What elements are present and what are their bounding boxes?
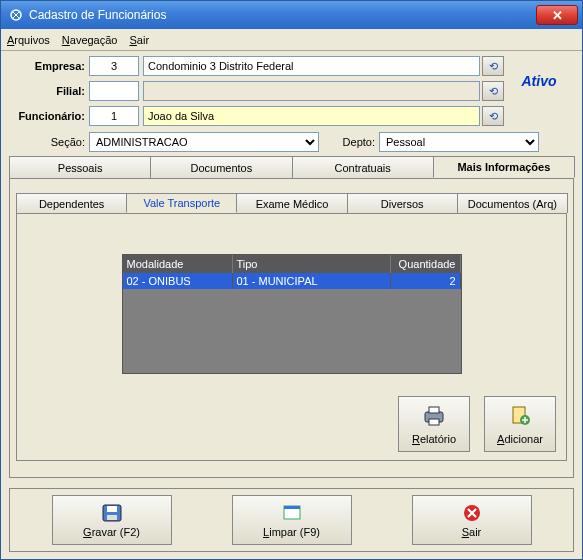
cell-quantidade: 2 — [391, 273, 461, 289]
tab-contratuais[interactable]: Contratuais — [292, 156, 434, 178]
clear-icon — [280, 502, 304, 524]
cell-tipo: 01 - MUNICIPAL — [233, 273, 391, 289]
printer-icon — [420, 403, 448, 429]
form-area: Empresa: ⟲ Filial: ⟲ Funcionário — [1, 51, 582, 482]
secao-select[interactable]: ADMINISTRACAO — [89, 132, 319, 152]
empresa-lookup-button[interactable]: ⟲ — [482, 56, 504, 76]
col-tipo: Tipo — [233, 255, 391, 273]
filial-id-field[interactable] — [89, 81, 139, 101]
adicionar-button[interactable]: Adicionar — [484, 396, 556, 452]
lookup-icon: ⟲ — [489, 85, 498, 98]
grid-header: Modalidade Tipo Quantidade — [123, 255, 461, 273]
menu-sair[interactable]: Sair — [129, 34, 149, 46]
subtab-vale-transporte[interactable]: Vale Transporte — [126, 193, 237, 213]
app-icon — [9, 8, 23, 22]
tab-panel: Dependentes Vale Transporte Exame Médico… — [9, 178, 574, 478]
subtab-panel: Modalidade Tipo Quantidade 02 - ONIBUS 0… — [16, 213, 567, 461]
filial-name-field[interactable] — [143, 81, 480, 101]
depto-select[interactable]: Pessoal — [379, 132, 539, 152]
subtab-exame-medico[interactable]: Exame Médico — [236, 193, 347, 213]
save-icon — [100, 502, 124, 524]
table-row[interactable]: 02 - ONIBUS 01 - MUNICIPAL 2 — [123, 273, 461, 289]
gravar-label: Gravar (F2) — [83, 526, 140, 538]
limpar-button[interactable]: Limpar (F9) — [232, 495, 352, 545]
funcionario-id-field[interactable] — [89, 106, 139, 126]
sair-button[interactable]: Sair — [412, 495, 532, 545]
funcionario-name-field[interactable] — [143, 106, 480, 126]
subtab-dependentes[interactable]: Dependentes — [16, 193, 127, 213]
sub-tabs: Dependentes Vale Transporte Exame Médico… — [16, 193, 567, 213]
menubar: Arquivos Navegação Sair — [1, 29, 582, 51]
subtab-diversos[interactable]: Diversos — [347, 193, 458, 213]
depto-label: Depto: — [319, 136, 379, 148]
empresa-id-field[interactable] — [89, 56, 139, 76]
tab-mais-informacoes[interactable]: Mais Informações — [433, 156, 575, 178]
empresa-label: Empresa: — [9, 60, 89, 72]
sair-label: Sair — [462, 526, 482, 538]
funcionario-label: Funcionário: — [9, 110, 89, 122]
tab-documentos[interactable]: Documentos — [150, 156, 292, 178]
lookup-icon: ⟲ — [489, 110, 498, 123]
col-modalidade: Modalidade — [123, 255, 233, 273]
window-title: Cadastro de Funcionários — [29, 8, 536, 22]
subtab-documentos-arq[interactable]: Documentos (Arq) — [457, 193, 568, 213]
filial-lookup-button[interactable]: ⟲ — [482, 81, 504, 101]
svg-rect-8 — [107, 515, 117, 520]
app-window: Cadastro de Funcionários ✕ Arquivos Nave… — [0, 0, 583, 560]
close-button[interactable]: ✕ — [536, 5, 578, 25]
svg-rect-10 — [284, 506, 300, 509]
add-document-icon — [506, 403, 534, 429]
menu-navegacao[interactable]: Navegação — [62, 34, 118, 46]
titlebar: Cadastro de Funcionários ✕ — [1, 1, 582, 29]
exit-icon — [460, 502, 484, 524]
top-tabs: Pessoais Documentos Contratuais Mais Inf… — [9, 156, 574, 178]
svg-rect-3 — [429, 419, 439, 425]
funcionario-lookup-button[interactable]: ⟲ — [482, 106, 504, 126]
grid-body: 02 - ONIBUS 01 - MUNICIPAL 2 — [123, 273, 461, 373]
secao-label: Seção: — [9, 136, 89, 148]
col-quantidade: Quantidade — [391, 255, 461, 273]
filial-label: Filial: — [9, 85, 89, 97]
relatorio-label: Relatório — [412, 433, 456, 445]
svg-rect-2 — [429, 407, 439, 413]
menu-arquivos[interactable]: Arquivos — [7, 34, 50, 46]
vale-transporte-grid[interactable]: Modalidade Tipo Quantidade 02 - ONIBUS 0… — [122, 254, 462, 374]
cell-modalidade: 02 - ONIBUS — [123, 273, 233, 289]
limpar-label: Limpar (F9) — [263, 526, 320, 538]
empresa-name-field[interactable] — [143, 56, 480, 76]
status-badge: Ativo — [512, 73, 567, 89]
lookup-icon: ⟲ — [489, 60, 498, 73]
bottom-toolbar: Gravar (F2) Limpar (F9) Sair — [9, 488, 574, 552]
relatorio-button[interactable]: Relatório — [398, 396, 470, 452]
svg-rect-7 — [107, 506, 117, 512]
tab-pessoais[interactable]: Pessoais — [9, 156, 151, 178]
gravar-button[interactable]: Gravar (F2) — [52, 495, 172, 545]
adicionar-label: Adicionar — [497, 433, 543, 445]
